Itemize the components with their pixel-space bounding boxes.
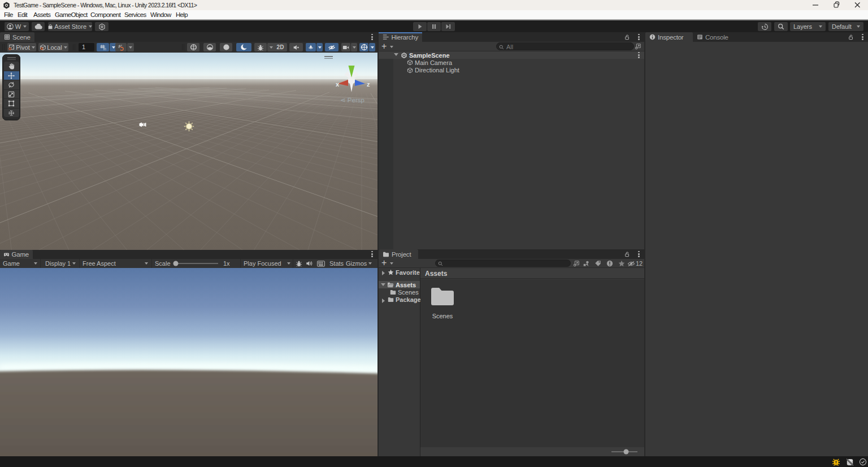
svg-text:y: y [350,58,353,65]
svg-text:z: z [367,81,370,88]
svg-text:XY: XY [103,48,106,51]
svg-text:x: x [336,81,340,88]
